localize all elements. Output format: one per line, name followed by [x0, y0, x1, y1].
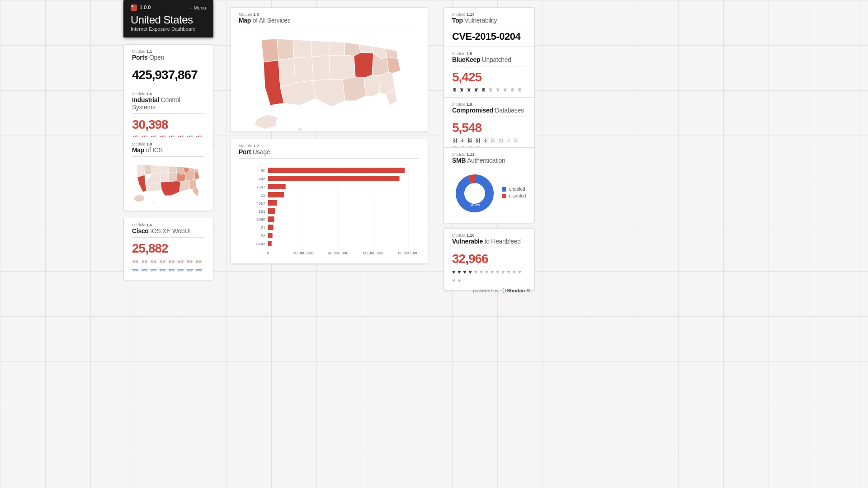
menu-button[interactable]: ≡ Menu: [189, 5, 206, 10]
ports-open-value: 425,937,867: [132, 68, 205, 82]
legend-swatch-disabled: [502, 194, 506, 198]
module-tag: Module 1.2: [239, 144, 420, 148]
svg-text:21: 21: [261, 225, 265, 230]
svg-text:53: 53: [261, 234, 265, 238]
svg-text:8080: 8080: [256, 217, 265, 222]
card-title: Vulnerable to Heartbleed: [452, 238, 526, 248]
svg-text:443: 443: [259, 177, 265, 181]
header-card: 1.0.0 ≡ Menu United States Internet Expo…: [123, 0, 213, 38]
module-tag: Module 1.9: [452, 102, 526, 107]
svg-text:20,000,000: 20,000,000: [293, 251, 313, 255]
svg-text:80: 80: [261, 169, 265, 173]
smb-pie-chart: 94.2%: [452, 171, 497, 216]
svg-text:94.2%: 94.2%: [470, 203, 480, 207]
card-title: Top Vulnerability: [452, 17, 526, 27]
legend-swatch-enabled: [502, 187, 506, 192]
card-title: Map of ICS: [132, 146, 205, 157]
heartbleed-value: 32,966: [452, 252, 526, 266]
module-tag: Module 1.11: [452, 152, 526, 157]
card-title: BlueKeep Unpatched: [452, 56, 526, 66]
card-map-all: Module 1.3 Map of All Services: [230, 7, 428, 132]
module-tag: Module 1.1: [132, 49, 205, 54]
cisco-icon-row: 👓👓👓👓👓👓👓👓👓👓👓👓👓👓👓👓: [132, 258, 205, 273]
smb-legend: enabled disabled: [502, 187, 526, 200]
module-tag: Module 1.3: [239, 12, 420, 17]
svg-text:7547: 7547: [256, 185, 265, 189]
svg-rect-9: [268, 184, 286, 189]
bluekeep-icon-row: ♜♜♜♜♜♜♜♜♜♜: [452, 87, 526, 94]
module-tag: Module 1.8: [132, 142, 205, 146]
svg-rect-7: [268, 176, 400, 181]
card-smb: Module 1.11 SMB Authentication 94.2% ena…: [443, 147, 535, 223]
card-title: SMB Authentication: [452, 157, 526, 167]
port-usage-chart: 804437547224567161808021538443020,000,00…: [239, 162, 420, 262]
bluekeep-value: 5,425: [452, 70, 526, 84]
svg-text:60,000,000: 60,000,000: [363, 251, 383, 255]
module-tag: Module 1.5: [132, 223, 205, 227]
svg-text:0: 0: [267, 251, 269, 255]
page-title: United States: [131, 14, 206, 26]
page-subtitle: Internet Exposure Dashboard: [131, 26, 206, 32]
svg-rect-17: [268, 216, 274, 222]
card-ports-open: Module 1.1 Ports Open 425,937,867: [123, 44, 213, 89]
footer: powered by ⬡Shodan ®: [473, 287, 530, 294]
module-tag: Module 1.5: [452, 52, 526, 56]
card-map-ics: Module 1.8 Map of ICS: [123, 137, 213, 211]
ics-value: 30,398: [132, 117, 205, 132]
logo-icon: [131, 5, 137, 11]
module-tag: Module 1.5: [132, 92, 205, 96]
card-title: Map of All Services: [239, 17, 420, 27]
shodan-icon: ⬡: [501, 287, 506, 294]
us-map-all: [239, 31, 420, 139]
card-heartbleed: Module 1.10 Vulnerable to Heartbleed 32,…: [443, 228, 535, 291]
card-title: Cisco IOS XE WebUI: [132, 227, 205, 238]
svg-text:22: 22: [261, 193, 265, 197]
svg-rect-23: [268, 241, 272, 246]
card-title: Industrial Control Systems: [132, 96, 205, 114]
svg-rect-11: [268, 192, 284, 197]
top-vuln-value: CVE-2015-0204: [452, 31, 526, 42]
svg-text:40,000,000: 40,000,000: [328, 251, 348, 255]
svg-text:4567: 4567: [256, 201, 265, 206]
app-version: 1.0.0: [131, 5, 151, 11]
module-tag: Module 1.10: [452, 233, 526, 238]
svg-text:8443: 8443: [256, 242, 265, 246]
heartbleed-icon-row: ♥♥♥♥♥♥♥♥♥♥♥♥♥♥♥: [452, 269, 526, 284]
card-title: Ports Open: [132, 54, 205, 64]
svg-rect-5: [268, 168, 405, 173]
svg-text:80,000,000: 80,000,000: [398, 251, 418, 255]
svg-rect-13: [268, 200, 277, 206]
module-tag: Module 1.14: [452, 12, 526, 17]
compromised-value: 5,548: [452, 121, 526, 135]
card-top-vuln: Module 1.14 Top Vulnerability CVE-2015-0…: [443, 7, 535, 49]
card-bluekeep: Module 1.5 BlueKeep Unpatched 5,425 ♜♜♜♜…: [443, 47, 535, 100]
card-port-usage: Module 1.2 Port Usage 804437547224567161…: [230, 139, 428, 264]
card-title: Compromised Databases: [452, 107, 526, 117]
svg-rect-19: [268, 225, 274, 230]
card-cisco: Module 1.5 Cisco IOS XE WebUI 25,882 👓👓👓…: [123, 218, 213, 280]
svg-text:161: 161: [259, 209, 265, 214]
card-title: Port Usage: [239, 148, 420, 159]
svg-rect-21: [268, 233, 273, 238]
svg-rect-15: [268, 208, 275, 214]
us-map-ics: [132, 160, 205, 206]
cisco-value: 25,882: [132, 241, 205, 256]
